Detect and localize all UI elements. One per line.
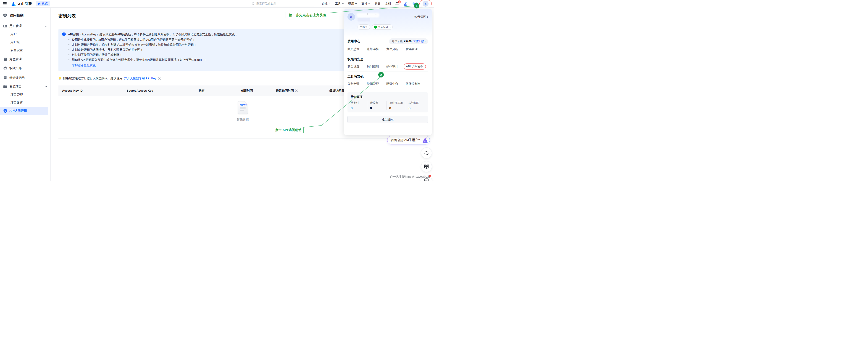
sidebar-item-idp[interactable]: 身份提供商 bbox=[0, 73, 51, 82]
notice-bullet: 切勿将API密钥写入代码中或存储在代码仓库中，避免将API密钥共享到公开环境（如… bbox=[72, 57, 238, 62]
menu-icp[interactable]: 备案 bbox=[375, 2, 380, 6]
menu-enterprise-label: 企业 bbox=[322, 2, 328, 6]
todo-pending-tickets[interactable]: 待处理工单 0 bbox=[386, 101, 406, 110]
menu-tools[interactable]: 工具 bbox=[335, 2, 344, 6]
panel-hero: a 账号管理 › 主账号 ✓ 个人认证 › bbox=[344, 9, 432, 37]
sidebar-item-project-settings[interactable]: 项目设置 bbox=[0, 99, 51, 107]
link-resource-mgmt[interactable]: 资源管理 bbox=[367, 82, 379, 86]
sidebar-group-resource-project[interactable]: 资源项目 bbox=[0, 83, 51, 91]
sidebar-item-user-group[interactable]: 用户组 bbox=[0, 38, 51, 46]
menu-billing[interactable]: 费用 bbox=[348, 2, 357, 6]
empty-text: 暂无数据 bbox=[237, 118, 249, 122]
logout-button[interactable]: 退出登录 bbox=[347, 116, 428, 123]
balance-value: ¥ 0.00 bbox=[404, 40, 411, 43]
todo-pending-renew[interactable]: 待续费 0 bbox=[367, 101, 386, 110]
assistant-suggestion-bubble[interactable]: 如何创建IAM子用户? bbox=[387, 136, 430, 144]
link-audit[interactable]: 操作审计 bbox=[386, 64, 398, 68]
assistant-mascot-icon[interactable] bbox=[403, 2, 407, 6]
col-access-key-id: Access Key ID bbox=[58, 89, 127, 92]
brand-logo[interactable]: 火山引擎 bbox=[11, 2, 32, 6]
sidebar-item-user[interactable]: 用户 bbox=[0, 30, 51, 38]
sidebar-item-role-mgmt[interactable]: 角色管理 bbox=[0, 55, 51, 63]
learn-more-link[interactable]: 了解更多最佳实践 bbox=[72, 63, 96, 68]
assistant-question[interactable]: 如何创建IAM子用户? bbox=[391, 138, 420, 142]
menu-docs[interactable]: 文档 bbox=[385, 2, 391, 6]
documentation-button[interactable] bbox=[421, 161, 432, 172]
home-icon bbox=[38, 2, 41, 5]
chevron-down-icon bbox=[342, 3, 344, 4]
topbar: 火山引擎 总览 企业 工具 费用 支持 备案 bbox=[0, 0, 434, 7]
todo-title: 待办事项 bbox=[351, 95, 425, 99]
help-icon[interactable]: ? bbox=[158, 77, 161, 80]
link-partner-console[interactable]: 伙伴控制台 bbox=[406, 82, 421, 86]
sidebar-group-user-mgmt[interactable]: 用户管理 bbox=[0, 22, 51, 30]
ark-api-key-link[interactable]: 方舟大模型专用 API Key bbox=[124, 76, 156, 80]
sidebar-item-policies[interactable]: 权限策略 bbox=[0, 64, 51, 73]
notice-intro: API密钥（AccessKey）是请求云服务API的凭证，每个身份至多创建两对密… bbox=[68, 32, 238, 37]
notifications-button[interactable]: 6 bbox=[395, 2, 399, 5]
todo-value: 0 bbox=[389, 106, 406, 110]
todo-value: 0 bbox=[370, 106, 386, 110]
todo-value: 0 bbox=[351, 106, 367, 110]
book-icon bbox=[424, 164, 429, 169]
col-status: 状态 bbox=[198, 89, 241, 93]
overview-button[interactable]: 总览 bbox=[36, 1, 50, 6]
link-invoice-mgmt[interactable]: 发票管理 bbox=[406, 47, 417, 51]
volcano-logo-icon bbox=[11, 2, 16, 6]
link-security-settings[interactable]: 安全设置 bbox=[347, 64, 359, 68]
customer-service-button[interactable] bbox=[421, 148, 432, 158]
billing-title: 费用中心 bbox=[347, 39, 360, 44]
account-dropdown-panel: a 账号管理 › 主账号 ✓ 个人认证 › 费用中心 可用余额 ¥ 0.00 bbox=[344, 9, 432, 135]
col-last-access-time: 最近访问时间 i bbox=[276, 89, 330, 93]
info-circle-icon[interactable]: i bbox=[295, 89, 298, 92]
avatar[interactable]: a bbox=[423, 1, 429, 7]
account-manage-label: 账号管理 bbox=[414, 15, 426, 19]
page-title: 密钥列表 bbox=[58, 13, 76, 19]
annotation-step1-box: 第一步先点击右上角头像 bbox=[286, 12, 330, 18]
chevron-up-icon bbox=[45, 25, 47, 27]
recharge-link[interactable]: 充值汇款 › bbox=[413, 39, 426, 43]
divider bbox=[347, 72, 428, 72]
security-title: 权限与安全 bbox=[347, 57, 364, 61]
tools-title: 工具与其他 bbox=[347, 75, 364, 79]
hamburger-menu-icon[interactable] bbox=[3, 2, 7, 5]
shield-lock-icon bbox=[3, 13, 8, 18]
ark-tip-text: 如果您需通过方舟进行大模型接入，建议使用 bbox=[63, 76, 122, 80]
sidebar-item-project-mgmt[interactable]: 项目管理 bbox=[0, 91, 51, 99]
menu-icp-label: 备案 bbox=[375, 2, 380, 6]
search-box[interactable] bbox=[250, 1, 314, 6]
search-input[interactable] bbox=[256, 2, 312, 5]
todo-label: 待续费 bbox=[370, 101, 386, 105]
todo-pending-pay[interactable]: 待支付 0 bbox=[351, 101, 367, 110]
col-last-access-time-label: 最近访问时间 bbox=[276, 89, 294, 93]
sidebar-item-api-key-label: API访问密钥 bbox=[9, 109, 27, 113]
todo-value: 6 bbox=[409, 106, 425, 110]
doc-line bbox=[240, 110, 244, 111]
sidebar-item-security-settings[interactable]: 安全设置 bbox=[0, 46, 51, 54]
balance-pill: 可用余额 ¥ 0.00 充值汇款 › bbox=[389, 38, 428, 44]
todo-unread-messages[interactable]: 未读消息 6 bbox=[406, 101, 425, 110]
link-quota-center[interactable]: 配额中心 bbox=[386, 82, 398, 86]
brand-name: 火山引擎 bbox=[17, 2, 32, 6]
panel-body: 费用中心 可用余额 ¥ 0.00 充值汇款 › 账户总览 账单详情 费用分析 发… bbox=[344, 37, 432, 123]
link-account-overview[interactable]: 账户总览 bbox=[347, 47, 359, 51]
account-manage-link[interactable]: 账号管理 › bbox=[414, 13, 428, 19]
chevron-right-icon: › bbox=[425, 39, 426, 43]
sidebar-item-api-key[interactable]: API访问密钥 bbox=[0, 107, 48, 115]
menu-support[interactable]: 支持 bbox=[362, 2, 370, 6]
sidebar: 访问控制 用户管理 用户 用户组 安全设置 角色管理 权限策略 bbox=[0, 8, 51, 181]
chevron-up-icon bbox=[45, 86, 47, 87]
notice-body: API密钥（AccessKey）是请求云服务API的凭证，每个身份至多创建两对密… bbox=[68, 32, 238, 68]
personal-verified-badge[interactable]: ✓ 个人认证 › bbox=[372, 24, 393, 30]
link-api-access-key[interactable]: API 访问密钥 bbox=[404, 63, 426, 70]
empty-label: EMPTY bbox=[240, 104, 248, 106]
menu-enterprise[interactable]: 企业 bbox=[322, 2, 331, 6]
verified-label: 个人认证 bbox=[378, 25, 389, 29]
menu-support-label: 支持 bbox=[362, 2, 367, 6]
info-icon: i bbox=[62, 32, 66, 36]
link-bill-detail[interactable]: 账单详情 bbox=[367, 47, 379, 51]
link-cost-analysis[interactable]: 费用分析 bbox=[386, 47, 398, 51]
notice-bullet: 定期审计密钥的访问情况，及时发现异常活动并处理； bbox=[72, 47, 238, 52]
link-access-control[interactable]: 访问控制 bbox=[367, 64, 379, 68]
link-beta-apply[interactable]: 公测申请 bbox=[347, 82, 359, 86]
